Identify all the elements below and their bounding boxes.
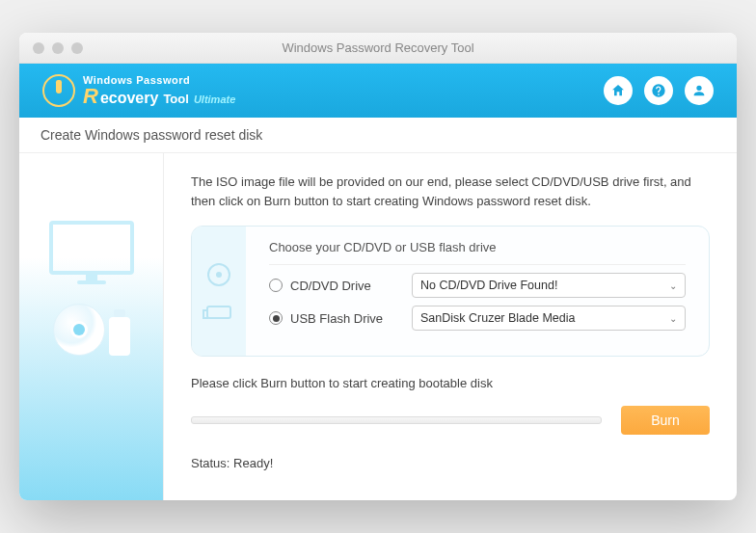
page-subtitle: Create Windows password reset disk <box>19 118 737 153</box>
user-button[interactable] <box>685 76 714 105</box>
cd-radio-indicator <box>269 279 283 292</box>
header-nav <box>604 76 714 105</box>
usb-drive-selected: SanDisk Cruzer Blade Media <box>420 311 576 325</box>
chevron-down-icon: ⌄ <box>669 313 677 324</box>
brand-text: Windows Password R ecovery Tool Ultimate <box>83 75 235 107</box>
burn-button[interactable]: Burn <box>621 406 710 435</box>
usb-row: USB Flash Drive SanDisk Cruzer Blade Med… <box>269 306 686 331</box>
chevron-down-icon: ⌄ <box>669 280 677 291</box>
home-button[interactable] <box>604 76 633 105</box>
cd-radio[interactable]: CD/DVD Drive <box>269 279 394 293</box>
window-title: Windows Password Recovery Tool <box>19 40 737 55</box>
brand: Windows Password R ecovery Tool Ultimate <box>42 74 235 107</box>
monitor-icon <box>49 221 134 275</box>
sidebar-illustration <box>19 153 164 500</box>
question-icon <box>651 83 666 98</box>
panel-form-column: Choose your CD/DVD or USB flash drive CD… <box>246 227 709 356</box>
disc-icon <box>53 304 105 356</box>
brand-tool: Tool <box>163 93 188 105</box>
cd-drive-selected: No CD/DVD Drive Found! <box>420 279 557 292</box>
brand-line2: R ecovery Tool Ultimate <box>83 86 235 107</box>
cd-drive-select[interactable]: No CD/DVD Drive Found! ⌄ <box>412 273 686 298</box>
panel-icon-column <box>192 227 246 356</box>
usb-radio[interactable]: USB Flash Drive <box>269 311 394 326</box>
burn-hint: Please click Burn button to start creati… <box>191 376 710 390</box>
usb-radio-label: USB Flash Drive <box>290 311 383 326</box>
body: The ISO image file will be provided on o… <box>19 153 737 500</box>
app-header: Windows Password R ecovery Tool Ultimate <box>19 64 737 118</box>
cd-icon <box>207 263 230 286</box>
title-bar: Windows Password Recovery Tool <box>19 33 737 64</box>
usb-icon <box>109 317 130 356</box>
disc-usb-icon <box>53 304 130 356</box>
brand-r: R <box>83 86 98 107</box>
home-icon <box>610 83 626 98</box>
drive-select-panel: Choose your CD/DVD or USB flash drive CD… <box>191 226 710 357</box>
app-window: Windows Password Recovery Tool Windows P… <box>19 33 737 500</box>
choose-label: Choose your CD/DVD or USB flash drive <box>269 240 686 265</box>
usb-radio-indicator <box>269 311 283 325</box>
instructions-text: The ISO image file will be provided on o… <box>191 173 710 210</box>
main-content: The ISO image file will be provided on o… <box>164 153 737 500</box>
user-icon <box>691 83 707 98</box>
status-text: Status: Ready! <box>191 456 710 470</box>
brand-edition: Ultimate <box>194 94 235 105</box>
usb-small-icon <box>206 306 231 319</box>
cd-row: CD/DVD Drive No CD/DVD Drive Found! ⌄ <box>269 273 686 298</box>
progress-bar <box>191 416 602 424</box>
usb-drive-select[interactable]: SanDisk Cruzer Blade Media ⌄ <box>412 306 686 331</box>
brand-line1: Windows Password <box>83 75 235 86</box>
cd-radio-label: CD/DVD Drive <box>290 279 371 293</box>
brand-key-icon <box>42 74 75 107</box>
progress-row: Burn <box>191 406 710 435</box>
help-button[interactable] <box>644 76 673 105</box>
brand-rest: ecovery <box>100 91 159 106</box>
